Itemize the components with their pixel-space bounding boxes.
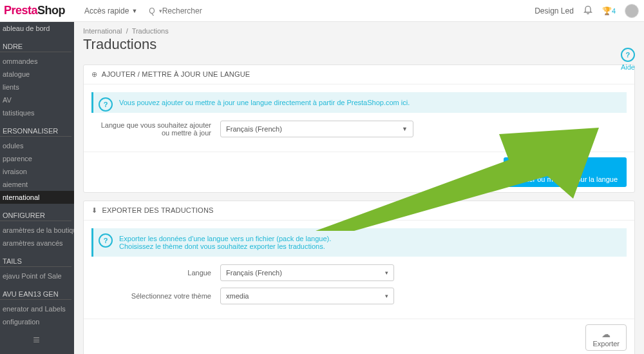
sidebar-item-dashboard[interactable]: ableau de bord (0, 22, 74, 35)
select-export-theme[interactable]: xmedia ▾ (220, 288, 394, 304)
panel-add-heading-text: AJOUTER / METTRE À JOUR UNE LANGUE (102, 70, 251, 78)
search-box[interactable]: Q ▾ (149, 6, 239, 15)
info-add-text: Vous pouvez ajouter ou mettre à jour une… (119, 99, 410, 106)
panel-export-heading: ⬇ EXPORTER DES TRADUCTIONS (84, 201, 634, 221)
shop-name[interactable]: Design Led (535, 6, 574, 15)
panel-export-heading-text: EXPORTER DES TRADUCTIONS (102, 206, 213, 214)
help-label: Aide (621, 63, 635, 71)
sidebar-item-orders[interactable]: ommandes (0, 55, 74, 68)
select-export-lang-value: Français (French) (226, 269, 282, 277)
question-icon: ? (99, 233, 113, 248)
sidebar-item-adv-params[interactable]: aramètres avancés (0, 237, 74, 250)
row-export-theme: Sélectionnez votre thème xmedia ▾ (91, 288, 627, 304)
info-export-line1: Exporter les données d'une langue vers u… (119, 235, 331, 242)
quick-access-menu[interactable]: Accès rapide ▼ (84, 6, 137, 15)
panel-export-footer: ☁ Exporter (84, 319, 634, 354)
help-icon: ? (621, 48, 635, 62)
row-add-language: Langue que vous souhaitez ajouter ou met… (91, 121, 627, 137)
sidebar-item-international[interactable]: nternational (0, 191, 74, 204)
label-export-lang: Langue (91, 269, 220, 277)
gears-icon: ⚙⚙ (513, 164, 618, 174)
sidebar-group-ean13: AVU EAN13 GEN (0, 286, 71, 300)
info-add-language: ? Vous pouvez ajouter ou mettre à jour u… (91, 92, 627, 113)
select-export-theme-value: xmedia (226, 292, 249, 300)
sidebar-item-stats[interactable]: tatistiques (0, 106, 74, 119)
select-export-lang[interactable]: Français (French) ▾ (220, 264, 394, 281)
search-input[interactable] (162, 6, 240, 15)
sidebar-item-sav[interactable]: AV (0, 93, 74, 106)
info-export: ? Exporter les données d'une langue vers… (91, 228, 627, 257)
merits-button[interactable]: 🏆4 (602, 6, 616, 15)
cloud-download-icon: ☁ (592, 329, 620, 339)
caret-down-icon: ▼ (131, 8, 137, 14)
caret-down-icon: ▾ (385, 293, 388, 299)
sidebar-item-payment[interactable]: aiement (0, 178, 74, 191)
sidebar-group-configure: ONFIGURER (0, 208, 71, 221)
page-title: Traductions (74, 36, 644, 61)
breadcrumb-traductions: Traductions (132, 27, 169, 35)
hamburger-icon: ≡ (33, 333, 41, 346)
sidebar-item-design[interactable]: pparence (0, 152, 74, 165)
sidebar-item-shipping[interactable]: ivraison (0, 165, 74, 178)
sidebar-item-catalog[interactable]: atalogue (0, 68, 74, 81)
caret-down-icon: ▾ (385, 270, 388, 276)
panel-add-language: ⊕ AJOUTER / METTRE À JOUR UNE LANGUE ? V… (83, 64, 635, 193)
submit-add-language-button[interactable]: ⚙⚙ Ajouter ou mettre à jour la langue (504, 157, 627, 187)
panel-add-heading: ⊕ AJOUTER / METTRE À JOUR UNE LANGUE (84, 65, 634, 84)
notifications-button[interactable] (583, 5, 593, 17)
brand-part1: Presta (4, 4, 37, 17)
main-content: ? Aide International / Traductions Tradu… (74, 22, 644, 354)
sidebar-item-ean-config[interactable]: onfiguration (0, 315, 74, 328)
label-add-language: Langue que vous souhaitez ajouter ou met… (91, 121, 220, 137)
brand-part2: Shop (37, 4, 65, 17)
caret-down-icon: ▼ (402, 126, 408, 132)
trophy-count: 4 (612, 7, 616, 15)
quick-access-label: Accès rapide (84, 6, 129, 15)
sidebar-group-tails: TAILS (0, 253, 71, 267)
select-add-language-value: Français (French) (226, 125, 282, 133)
trophy-icon: 🏆 (602, 6, 612, 15)
label-export-theme: Sélectionnez votre thème (91, 292, 220, 300)
sidebar-group-improve: ERSONNALISER (0, 123, 71, 137)
sidebar-item-ean-generator[interactable]: enerator and Labels (0, 302, 74, 315)
topbar-right: Design Led 🏆4 (535, 4, 644, 18)
profile-avatar[interactable] (625, 4, 639, 18)
breadcrumb-international[interactable]: International (83, 27, 122, 35)
row-export-lang: Langue Français (French) ▾ (91, 264, 627, 281)
sidebar-collapse-button[interactable]: ≡ (0, 328, 74, 352)
sidebar-item-pos[interactable]: ejavu Point of Sale (0, 270, 74, 282)
sidebar: ableau de bord NDRE ommandes atalogue li… (0, 0, 74, 354)
submit-add-language-label: Ajouter ou mettre à jour la langue (513, 175, 618, 183)
bell-icon (583, 5, 593, 15)
sidebar-group-sell: NDRE (0, 39, 71, 52)
panel-add-footer: ⚙⚙ Ajouter ou mettre à jour la langue (84, 152, 634, 192)
panel-export: ⬇ EXPORTER DES TRADUCTIONS ? Exporter le… (83, 201, 635, 354)
brand-logo[interactable]: PrestaShop (0, 4, 74, 17)
top-bar: PrestaShop Accès rapide ▼ Q ▾ Design Led… (0, 0, 644, 22)
export-button[interactable]: ☁ Exporter (585, 324, 627, 351)
question-icon: ? (99, 97, 113, 112)
plus-icon: ⊕ (91, 70, 97, 78)
help-button[interactable]: ? Aide (621, 48, 635, 71)
sidebar-item-customers[interactable]: lients (0, 81, 74, 93)
download-icon: ⬇ (91, 206, 97, 214)
sidebar-item-shop-params[interactable]: aramètres de la boutique (0, 224, 74, 237)
sidebar-item-modules[interactable]: odules (0, 139, 74, 152)
select-add-language[interactable]: Français (French) ▼ (220, 121, 413, 137)
search-icon: Q (149, 6, 155, 15)
export-button-label: Exporter (592, 340, 620, 348)
info-export-line2: Choisissez le thème dont vous souhaitez … (119, 242, 619, 250)
breadcrumb: International / Traductions (74, 22, 644, 36)
